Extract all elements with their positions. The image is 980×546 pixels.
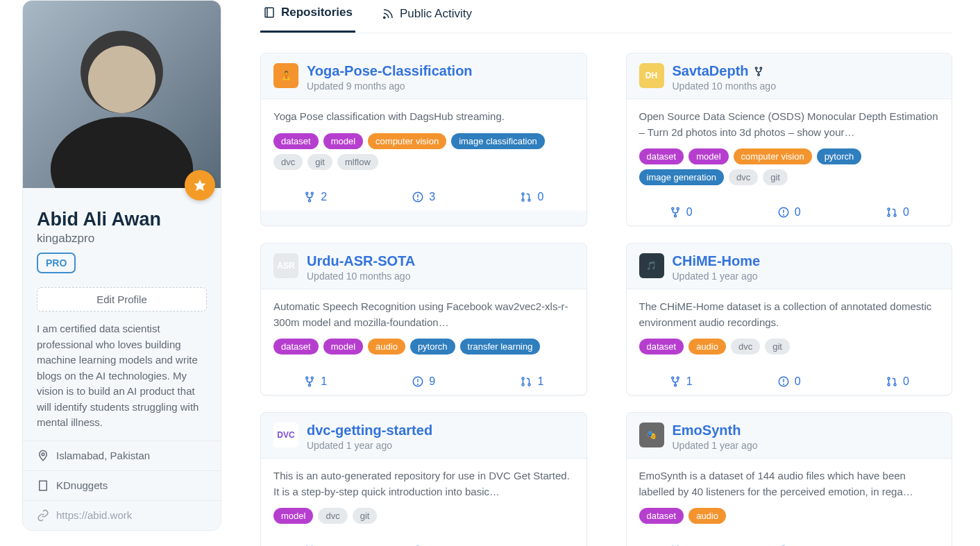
repo-card: ASR Urdu-ASR-SOTA Updated 10 months ago …	[260, 243, 587, 395]
svg-point-21	[522, 199, 524, 201]
tag[interactable]: computer vision	[734, 148, 812, 164]
svg-point-24	[755, 67, 757, 69]
svg-point-37	[894, 214, 896, 216]
tag[interactable]: dvc	[273, 154, 303, 170]
repo-description: Automatic Speech Recognition using Faceb…	[273, 299, 574, 330]
repo-updated: Updated 9 months ago	[307, 80, 574, 92]
tag[interactable]: transfer learning	[460, 339, 541, 355]
tag[interactable]: dvc	[729, 169, 758, 185]
repo-tags: datasetaudiodvcgit	[639, 339, 940, 355]
svg-point-47	[522, 384, 524, 386]
repo-description: Open Source Data Science (OSDS) Monocula…	[639, 109, 940, 140]
tag[interactable]: dataset	[273, 133, 319, 149]
repo-title-link[interactable]: CHiME-Home	[673, 253, 761, 269]
repo-icon: DH	[639, 63, 664, 88]
tag[interactable]: model	[688, 148, 728, 164]
svg-point-48	[528, 384, 530, 386]
forks-stat[interactable]: 1	[669, 375, 693, 388]
tag[interactable]: pytorch	[410, 339, 455, 355]
svg-marker-3	[194, 180, 206, 191]
tag[interactable]: dataset	[273, 339, 319, 355]
svg-point-28	[671, 207, 673, 210]
svg-point-22	[528, 199, 530, 201]
main-content: Repositories Public Activity 🧘 Yoga-Pose…	[226, 0, 980, 546]
star-badge-icon	[185, 170, 215, 201]
repo-title-link[interactable]: Urdu-ASR-SOTA	[307, 253, 415, 269]
tag[interactable]: pytorch	[817, 148, 862, 164]
forks-stat[interactable]: 1	[303, 375, 327, 388]
avatar	[23, 1, 221, 188]
repo-title-link[interactable]: EmoSynth	[673, 423, 741, 438]
svg-point-35	[888, 208, 890, 210]
tag[interactable]: mlflow	[337, 154, 378, 170]
svg-rect-10	[265, 8, 273, 17]
svg-point-39	[306, 377, 308, 379]
repo-title-link[interactable]: dvc-getting-started	[307, 423, 432, 438]
tag[interactable]: dvc	[731, 339, 760, 355]
tabs: Repositories Public Activity	[260, 0, 952, 33]
svg-point-29	[677, 207, 679, 210]
repo-card: DVC dvc-getting-started Updated 1 year a…	[260, 412, 587, 546]
tag[interactable]: git	[765, 339, 790, 355]
rss-icon	[382, 8, 394, 20]
svg-point-46	[522, 377, 524, 379]
prs-stat[interactable]: 1	[520, 375, 543, 388]
svg-point-20	[522, 193, 524, 195]
svg-point-52	[674, 384, 676, 386]
repo-icon: ASR	[273, 253, 298, 278]
location-text: Islamabad, Pakistan	[56, 450, 150, 461]
profile-username: kingabzpro	[23, 230, 221, 253]
repo-icon: 🎭	[639, 423, 664, 447]
svg-point-34	[783, 214, 784, 215]
tag[interactable]: image generation	[639, 169, 724, 185]
forks-stat[interactable]: 2	[303, 191, 327, 203]
tag[interactable]: dataset	[639, 148, 684, 164]
prs-stat[interactable]: 0	[886, 375, 909, 388]
repo-card: 🎭 EmoSynth Updated 1 year ago EmoSynth i…	[626, 412, 953, 546]
repo-description: The CHiME-Home dataset is a collection o…	[639, 299, 940, 330]
tag[interactable]: git	[353, 508, 378, 524]
org-row: KDnuggets	[23, 471, 221, 500]
issues-stat[interactable]: 9	[412, 375, 435, 388]
tag[interactable]: model	[323, 339, 363, 355]
repo-card: 🎵 CHiME-Home Updated 1 year ago The CHiM…	[626, 243, 953, 395]
repo-title-link[interactable]: Yoga-Pose-Classification	[307, 63, 473, 79]
website-row[interactable]: https://abid.work	[23, 501, 221, 530]
issues-stat[interactable]: 0	[777, 206, 801, 219]
tab-activity[interactable]: Public Activity	[379, 0, 475, 33]
tag[interactable]: audio	[688, 508, 726, 524]
tag[interactable]: image classification	[451, 133, 545, 149]
edit-profile-button[interactable]: Edit Profile	[37, 287, 207, 312]
forks-stat[interactable]: 0	[669, 206, 693, 219]
svg-point-14	[311, 192, 313, 194]
tag[interactable]: dataset	[639, 508, 684, 524]
tag[interactable]: model	[323, 133, 363, 149]
tag[interactable]: model	[273, 508, 313, 524]
repo-updated: Updated 1 year ago	[307, 440, 574, 451]
profile-card: Abid Ali Awan kingabzpro PRO Edit Profil…	[22, 0, 221, 531]
tag[interactable]: git	[307, 154, 332, 170]
repo-updated: Updated 10 months ago	[307, 271, 574, 282]
svg-point-41	[309, 384, 311, 386]
profile-sidebar: Abid Ali Awan kingabzpro PRO Edit Profil…	[0, 0, 226, 546]
svg-point-36	[888, 214, 890, 216]
issues-stat[interactable]: 0	[777, 375, 801, 388]
prs-stat[interactable]: 0	[886, 206, 909, 219]
prs-stat[interactable]: 0	[520, 191, 543, 203]
tag[interactable]: computer vision	[368, 133, 446, 149]
repo-title-link[interactable]: SavtaDepth	[673, 63, 764, 79]
org-text: KDnuggets	[56, 479, 108, 491]
repo-icon: DVC	[273, 423, 298, 447]
tag[interactable]: dvc	[318, 508, 347, 524]
building-icon	[37, 479, 49, 492]
tag[interactable]: dataset	[639, 339, 684, 355]
svg-point-2	[88, 46, 155, 113]
tab-repositories[interactable]: Repositories	[260, 0, 355, 33]
repo-description: Yoga Pose classification with DagsHub st…	[273, 109, 574, 125]
repo-tags: datasetmodelcomputer visionpytorchimage …	[639, 148, 940, 185]
tag[interactable]: audio	[688, 339, 726, 355]
tag[interactable]: audio	[368, 339, 405, 355]
tag[interactable]: git	[763, 169, 788, 185]
svg-point-40	[311, 377, 313, 379]
issues-stat[interactable]: 3	[412, 191, 435, 203]
